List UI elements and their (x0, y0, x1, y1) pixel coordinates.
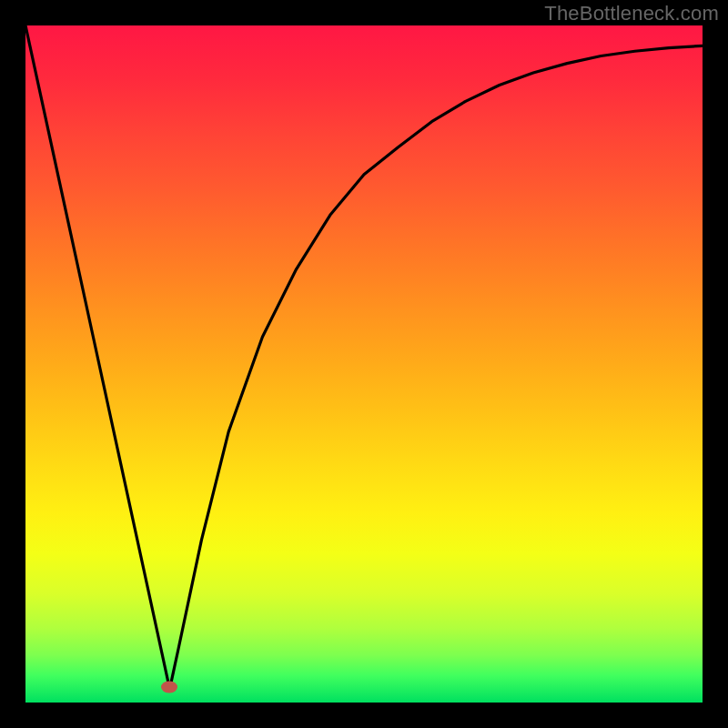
chart-frame: TheBottleneck.com (0, 0, 728, 728)
min-marker-dot (161, 681, 177, 693)
plot-area (25, 25, 703, 703)
bottleneck-curve (25, 25, 703, 703)
curve-path (25, 25, 703, 689)
watermark-label: TheBottleneck.com (544, 2, 719, 25)
